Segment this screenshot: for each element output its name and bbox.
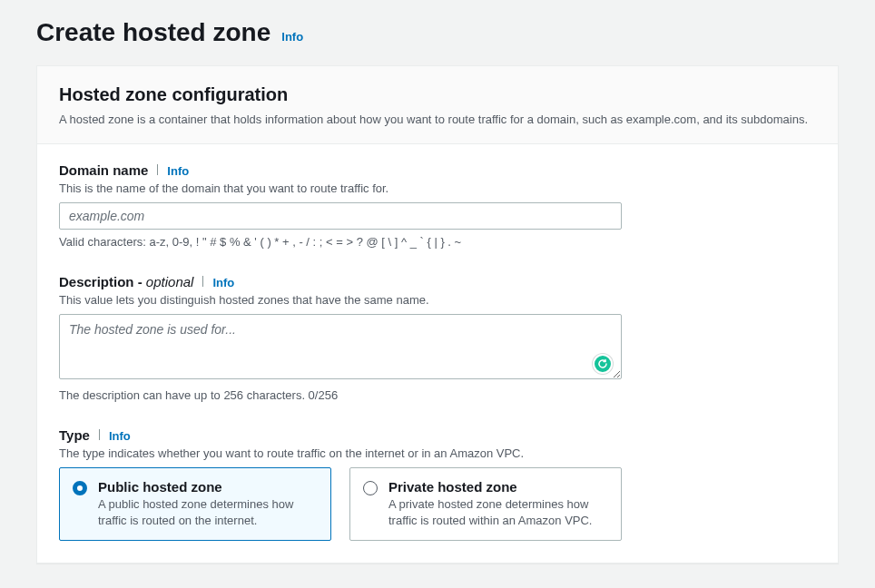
- domain-label: Domain name: [59, 162, 148, 178]
- description-info-link[interactable]: Info: [212, 276, 234, 289]
- page-header: Create hosted zone Info: [36, 18, 839, 47]
- panel-body: Domain name Info This is the name of the…: [37, 144, 838, 563]
- radio-icon: [73, 481, 87, 495]
- type-label: Type: [59, 427, 90, 443]
- page-title: Create hosted zone: [36, 18, 270, 47]
- radio-public-title: Public hosted zone: [98, 479, 318, 495]
- domain-name-input[interactable]: [59, 202, 622, 230]
- panel-title: Hosted zone configuration: [59, 84, 816, 105]
- description-field: Description - optional Info This value l…: [59, 274, 816, 402]
- radio-private-title: Private hosted zone: [388, 479, 608, 495]
- type-field: Type Info The type indicates whether you…: [59, 427, 816, 541]
- config-panel: Hosted zone configuration A hosted zone …: [36, 65, 839, 564]
- description-textarea-wrap: [59, 314, 622, 383]
- description-textarea[interactable]: [59, 314, 622, 379]
- radio-icon: [363, 481, 378, 495]
- description-label: Description - optional: [59, 274, 193, 289]
- type-hint: The type indicates whether you want to r…: [59, 446, 816, 460]
- radio-public-hosted-zone[interactable]: Public hosted zone A public hosted zone …: [59, 467, 331, 541]
- separator: [99, 429, 100, 440]
- domain-hint: This is the name of the domain that you …: [59, 181, 816, 195]
- panel-header: Hosted zone configuration A hosted zone …: [37, 66, 838, 144]
- description-footnote: The description can have up to 256 chara…: [59, 388, 816, 402]
- domain-label-row: Domain name Info: [59, 162, 816, 178]
- description-label-row: Description - optional Info: [59, 274, 816, 289]
- radio-public-desc: A public hosted zone determines how traf…: [98, 496, 318, 529]
- domain-info-link[interactable]: Info: [167, 164, 189, 178]
- separator: [157, 164, 158, 175]
- panel-description: A hosted zone is a container that holds …: [59, 111, 816, 129]
- domain-valid-chars: Valid characters: a-z, 0-9, ! " # $ % & …: [59, 235, 816, 249]
- radio-private-hosted-zone[interactable]: Private hosted zone A private hosted zon…: [349, 467, 622, 541]
- grammarly-icon[interactable]: [593, 354, 613, 374]
- page-info-link[interactable]: Info: [281, 30, 303, 44]
- domain-name-field: Domain name Info This is the name of the…: [59, 162, 816, 249]
- description-hint: This value lets you distinguish hosted z…: [59, 293, 816, 307]
- type-radio-group: Public hosted zone A public hosted zone …: [59, 467, 816, 541]
- separator: [202, 276, 203, 287]
- type-info-link[interactable]: Info: [109, 429, 131, 443]
- radio-private-desc: A private hosted zone determines how tra…: [388, 496, 608, 529]
- type-label-row: Type Info: [59, 427, 816, 443]
